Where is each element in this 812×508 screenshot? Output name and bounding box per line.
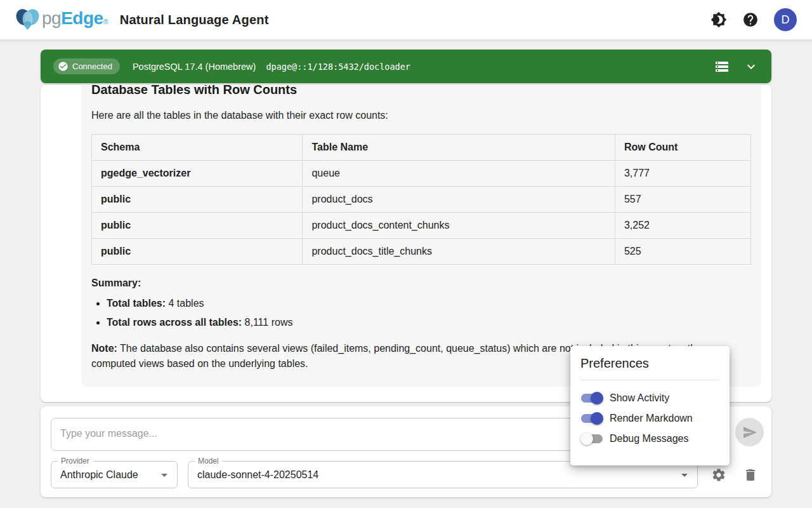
row-counts-table: Schema Table Name Row Count pgedge_vecto…	[91, 134, 751, 265]
header-actions: D	[710, 8, 797, 31]
render-markdown-toggle[interactable]	[580, 412, 603, 425]
message-intro: Here are all the tables in the database …	[91, 110, 751, 121]
column-header-row-count: Row Count	[615, 135, 750, 161]
pref-label: Render Markdown	[610, 413, 693, 424]
provider-select-label: Provider	[58, 457, 93, 465]
pgedge-heart-icon	[15, 8, 41, 31]
connection-status-badge: Connected	[53, 58, 120, 74]
assistant-message-card: Database Tables with Row Counts Here are…	[81, 85, 761, 387]
arrow-drop-down-icon	[677, 467, 692, 483]
user-avatar[interactable]: D	[774, 8, 797, 31]
cell-row-count: 557	[615, 187, 750, 213]
arrow-drop-down-icon	[157, 467, 172, 483]
connection-bar: Connected PostgreSQL 17.4 (Homebrew) dpa…	[41, 50, 771, 83]
cell-table-name: product_docs_title_chunks	[303, 239, 615, 265]
page-title: Natural Language Agent	[120, 13, 269, 27]
provider-select-value: Anthropic Claude	[51, 469, 138, 481]
divider	[580, 380, 719, 380]
show-activity-toggle[interactable]	[580, 392, 603, 404]
trash-icon[interactable]	[743, 467, 758, 483]
cell-table-name: product_docs	[303, 187, 615, 213]
table-row: public product_docs 557	[92, 187, 751, 213]
list-item: Total tables: 4 tables	[107, 298, 751, 309]
provider-select[interactable]: Provider Anthropic Claude	[51, 461, 178, 488]
cell-row-count: 525	[615, 239, 750, 265]
cell-schema: public	[92, 213, 303, 239]
cell-table-name: product_docs_content_chunks	[303, 213, 615, 239]
connection-string: dpage@::1/128:5432/docloader	[266, 62, 410, 72]
pref-label: Show Activity	[610, 392, 669, 404]
database-list-icon[interactable]	[714, 59, 730, 74]
logo-text-edge: Edge	[61, 8, 103, 29]
send-button[interactable]	[735, 418, 764, 446]
pref-row-show-activity: Show Activity	[580, 388, 719, 408]
preferences-title: Preferences	[580, 356, 719, 371]
model-select-label: Model	[195, 457, 222, 465]
column-header-schema: Schema	[92, 135, 303, 161]
chevron-down-icon[interactable]	[743, 59, 759, 74]
pref-row-debug-messages: Debug Messages	[580, 429, 719, 449]
server-version-label: PostgreSQL 17.4 (Homebrew)	[133, 62, 256, 72]
connection-actions	[714, 59, 759, 74]
logo-text-pg: pg	[42, 8, 61, 29]
column-header-table-name: Table Name	[303, 135, 615, 161]
cell-table-name: queue	[303, 161, 615, 187]
list-item: Total rows across all tables: 8,111 rows	[107, 317, 751, 328]
settings-gear-icon[interactable]	[711, 467, 726, 483]
debug-messages-toggle[interactable]	[580, 432, 603, 445]
help-icon[interactable]	[742, 11, 759, 28]
table-row: pgedge_vectorizer queue 3,777	[92, 161, 751, 187]
check-circle-icon	[58, 61, 69, 72]
cell-schema: pgedge_vectorizer	[92, 161, 303, 187]
model-select-value: claude-sonnet-4-20250514	[188, 469, 318, 481]
table-row: public product_docs_title_chunks 525	[92, 239, 751, 265]
summary-list: Total tables: 4 tables Total rows across…	[107, 298, 751, 328]
pref-row-render-markdown: Render Markdown	[580, 408, 719, 429]
summary-label: Summary:	[91, 277, 751, 289]
table-header-row: Schema Table Name Row Count	[92, 135, 751, 161]
preferences-popup: Preferences Show Activity Render Markdow…	[570, 346, 730, 465]
pref-label: Debug Messages	[610, 433, 689, 444]
pgedge-logo: pg Edge ®	[15, 8, 108, 31]
dark-mode-toggle-icon[interactable]	[710, 11, 727, 28]
message-heading: Database Tables with Row Counts	[91, 85, 751, 97]
app-header: pg Edge ® Natural Language Agent D	[0, 0, 812, 40]
cell-schema: public	[92, 239, 303, 265]
table-row: public product_docs_content_chunks 3,252	[92, 213, 751, 239]
send-icon	[742, 425, 757, 440]
connection-status-label: Connected	[72, 62, 112, 71]
cell-schema: public	[92, 187, 303, 213]
cell-row-count: 3,777	[615, 161, 750, 187]
logo-registered-mark: ®	[103, 18, 108, 25]
cell-row-count: 3,252	[615, 213, 750, 239]
